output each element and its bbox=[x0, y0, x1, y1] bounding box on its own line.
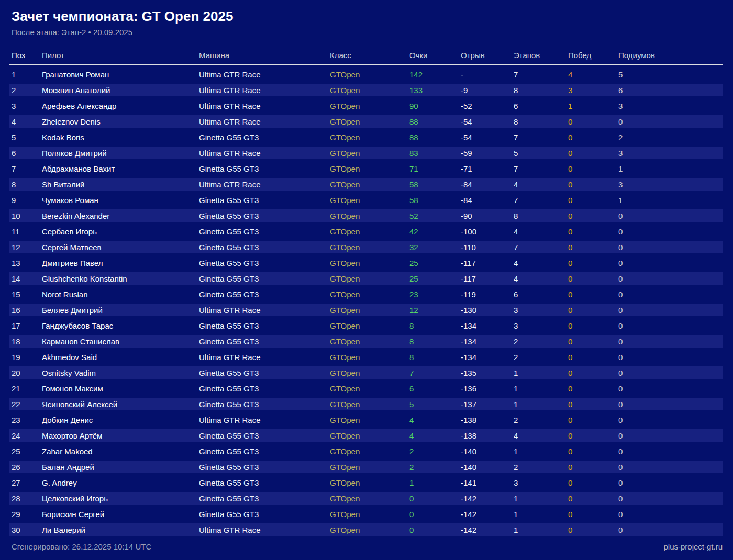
table-row: 26Балан АндрейGinetta G55 GT3GTOpen2-140… bbox=[9, 461, 723, 473]
cell-car: Ginetta G55 GT3 bbox=[199, 164, 330, 173]
cell-gap: -117 bbox=[461, 274, 514, 283]
cell-pilot: Norot Ruslan bbox=[42, 290, 199, 299]
cell-pos: 6 bbox=[9, 149, 42, 158]
cell-class: GTOpen bbox=[330, 86, 409, 95]
table-row: 25Zahar MakoedGinetta G55 GT3GTOpen2-140… bbox=[9, 445, 723, 457]
cell-wins: 0 bbox=[568, 431, 618, 440]
cell-pilot: Glushchenko Konstantin bbox=[42, 274, 199, 283]
cell-gap: -100 bbox=[461, 227, 514, 236]
cell-class: GTOpen bbox=[330, 70, 409, 79]
cell-car: Ginetta G55 GT3 bbox=[199, 259, 330, 267]
cell-pos: 23 bbox=[9, 416, 42, 424]
cell-pilot: Гранатович Роман bbox=[42, 70, 199, 79]
cell-car: Ginetta G55 GT3 bbox=[199, 368, 330, 377]
cell-stages: 2 bbox=[514, 416, 568, 424]
column-header-stages: Этапов bbox=[514, 51, 568, 60]
cell-car: Ultima GTR Race bbox=[199, 416, 330, 424]
championship-standings-page: { "header": { "title": "Зачет чемпионата… bbox=[0, 0, 733, 560]
table-row: 18Карманов СтаниславGinetta G55 GT3GTOpe… bbox=[9, 335, 723, 348]
cell-stages: 1 bbox=[514, 494, 568, 503]
column-header-class: Класс bbox=[330, 51, 409, 60]
cell-stages: 4 bbox=[514, 227, 568, 236]
cell-gap: -110 bbox=[461, 243, 514, 252]
cell-stages: 5 bbox=[514, 149, 568, 158]
cell-gap: -142 bbox=[461, 525, 514, 534]
cell-wins: 3 bbox=[568, 86, 618, 95]
cell-points: 8 bbox=[409, 353, 461, 362]
cell-wins: 0 bbox=[568, 227, 618, 236]
cell-stages: 7 bbox=[514, 164, 568, 173]
cell-gap: -141 bbox=[461, 478, 514, 487]
cell-car: Ginetta G55 GT3 bbox=[199, 243, 330, 252]
cell-pos: 13 bbox=[9, 259, 42, 267]
cell-car: Ultima GTR Race bbox=[199, 70, 330, 79]
cell-class: GTOpen bbox=[330, 211, 409, 220]
cell-pos: 11 bbox=[9, 227, 42, 236]
cell-pilot: Osnitsky Vadim bbox=[42, 368, 199, 377]
cell-car: Ultima GTR Race bbox=[199, 306, 330, 315]
cell-pilot: Ли Валерий bbox=[42, 525, 199, 534]
cell-wins: 0 bbox=[568, 259, 618, 267]
cell-gap: -54 bbox=[461, 133, 514, 142]
cell-pos: 9 bbox=[9, 196, 42, 205]
cell-wins: 0 bbox=[568, 290, 618, 299]
cell-gap: -130 bbox=[461, 306, 514, 315]
table-row: 8Sh ВиталийUltima GTR RaceGTOpen58-84403 bbox=[9, 178, 723, 191]
cell-class: GTOpen bbox=[330, 431, 409, 440]
cell-pilot: Сергей Матвеев bbox=[42, 243, 199, 252]
cell-pilot: Zheleznov Denis bbox=[42, 117, 199, 126]
cell-stages: 7 bbox=[514, 243, 568, 252]
cell-points: 88 bbox=[409, 117, 461, 126]
cell-stages: 4 bbox=[514, 431, 568, 440]
cell-wins: 0 bbox=[568, 447, 618, 456]
cell-gap: -84 bbox=[461, 180, 514, 189]
cell-car: Ginetta G55 GT3 bbox=[199, 274, 330, 283]
cell-points: 0 bbox=[409, 494, 461, 503]
cell-wins: 0 bbox=[568, 274, 618, 283]
cell-pilot: Добкин Денис bbox=[42, 416, 199, 424]
cell-pos: 16 bbox=[9, 306, 42, 315]
cell-gap: -90 bbox=[461, 211, 514, 220]
cell-stages: 8 bbox=[514, 86, 568, 95]
cell-class: GTOpen bbox=[330, 243, 409, 252]
cell-stages: 1 bbox=[514, 368, 568, 377]
column-header-podiums: Подиумов bbox=[618, 51, 723, 60]
cell-car: Ginetta G55 GT3 bbox=[199, 478, 330, 487]
cell-stages: 2 bbox=[514, 337, 568, 346]
cell-wins: 4 bbox=[568, 70, 618, 79]
cell-podiums: 0 bbox=[618, 353, 723, 362]
cell-podiums: 3 bbox=[618, 102, 723, 110]
page-footer: Сгенерировано: 26.12.2025 10:14 UTC plus… bbox=[9, 542, 723, 552]
cell-gap: -54 bbox=[461, 117, 514, 126]
cell-car: Ginetta G55 GT3 bbox=[199, 337, 330, 346]
cell-gap: -134 bbox=[461, 321, 514, 330]
cell-class: GTOpen bbox=[330, 368, 409, 377]
cell-podiums: 2 bbox=[618, 133, 723, 142]
cell-points: 133 bbox=[409, 86, 461, 95]
table-row: 16Беляев ДмитрийUltima GTR RaceGTOpen12-… bbox=[9, 304, 723, 316]
cell-class: GTOpen bbox=[330, 274, 409, 283]
cell-points: 71 bbox=[409, 164, 461, 173]
column-header-pilot: Пилот bbox=[42, 51, 199, 60]
table-row: 9Чумаков РоманGinetta G55 GT3GTOpen58-84… bbox=[9, 194, 723, 206]
cell-points: 32 bbox=[409, 243, 461, 252]
cell-class: GTOpen bbox=[330, 353, 409, 362]
cell-pos: 29 bbox=[9, 510, 42, 519]
cell-pos: 22 bbox=[9, 400, 42, 409]
cell-car: Ultima GTR Race bbox=[199, 525, 330, 534]
cell-car: Ultima GTR Race bbox=[199, 117, 330, 126]
cell-car: Ultima GTR Race bbox=[199, 180, 330, 189]
cell-class: GTOpen bbox=[330, 290, 409, 299]
cell-class: GTOpen bbox=[330, 164, 409, 173]
cell-pos: 30 bbox=[9, 525, 42, 534]
cell-class: GTOpen bbox=[330, 321, 409, 330]
cell-gap: -134 bbox=[461, 337, 514, 346]
table-row: 11Сербаев ИгорьGinetta G55 GT3GTOpen42-1… bbox=[9, 225, 723, 238]
cell-class: GTOpen bbox=[330, 447, 409, 456]
cell-gap: -140 bbox=[461, 463, 514, 472]
cell-stages: 1 bbox=[514, 400, 568, 409]
cell-stages: 1 bbox=[514, 447, 568, 456]
cell-gap: -135 bbox=[461, 368, 514, 377]
cell-car: Ginetta G55 GT3 bbox=[199, 431, 330, 440]
table-row: 19Akhmedov SaidUltima GTR RaceGTOpen8-13… bbox=[9, 351, 723, 363]
